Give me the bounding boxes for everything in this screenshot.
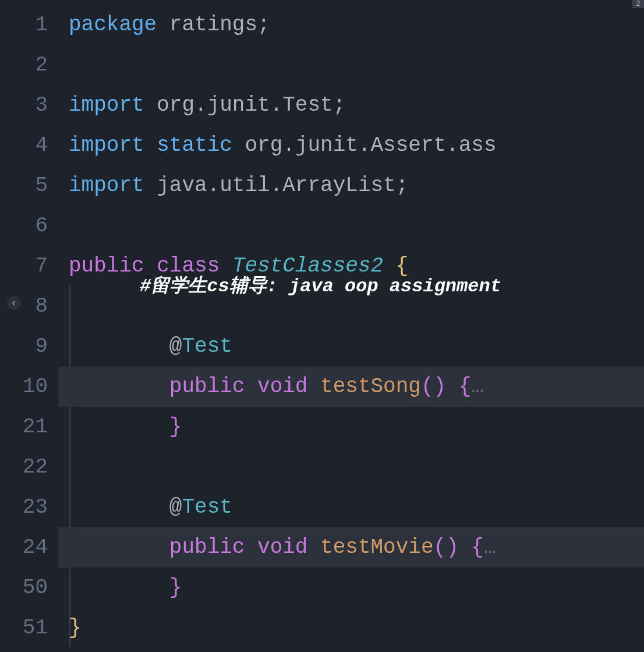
scrollbar-indicator: 2 [632, 0, 644, 8]
code-line[interactable]: public void testSong() {… [58, 366, 644, 407]
token [245, 375, 257, 399]
token: import [69, 93, 144, 117]
line-number: 4 [0, 125, 58, 165]
token: ; [396, 174, 409, 198]
line-number: 7 [0, 246, 58, 286]
token [144, 133, 157, 157]
line-number: 9 [0, 326, 58, 366]
token [307, 535, 320, 559]
token: import [69, 133, 144, 157]
token [232, 133, 245, 157]
line-number: 21 [0, 407, 58, 447]
token [144, 93, 157, 117]
token: } [169, 415, 182, 439]
line-number: 1 [0, 5, 58, 45]
line-number: 23 [0, 487, 58, 527]
token: org.junit.Assert.ass [245, 133, 496, 157]
token: ) [446, 535, 459, 559]
line-number: 2 [0, 45, 58, 85]
code-line[interactable]: } [58, 407, 644, 447]
token: ( [434, 535, 447, 559]
token: testSong [320, 375, 421, 399]
code-line[interactable] [58, 45, 644, 85]
code-area[interactable]: #留学生cs辅导: java oop assignment package ra… [58, 0, 644, 652]
token [245, 535, 257, 559]
token: } [169, 576, 182, 600]
token: public [169, 375, 245, 399]
code-line[interactable]: import java.util.ArrayList; [58, 165, 644, 206]
token [446, 375, 459, 399]
token [157, 13, 169, 37]
line-number: 8 [0, 286, 58, 326]
code-line[interactable]: } [58, 608, 644, 648]
token: testMovie [320, 535, 433, 559]
line-number: 51 [0, 608, 58, 648]
token: ( [421, 375, 434, 399]
line-number: 3 [0, 85, 58, 125]
token: Test [182, 334, 232, 358]
token: @ [169, 495, 182, 519]
code-line[interactable]: import static org.junit.Assert.ass [58, 125, 644, 165]
token [144, 174, 157, 198]
code-editor: ‹ 12345678910>21222324>505152 #留学生cs辅导: … [0, 0, 644, 652]
overlay-caption: #留学生cs辅导: java oop assignment [140, 273, 501, 298]
line-number: 50 [0, 568, 58, 608]
token: import [69, 174, 144, 198]
line-number: 22 [0, 447, 58, 487]
token: public [169, 535, 245, 559]
line-number: 6 [0, 206, 58, 246]
token: void [257, 375, 307, 399]
token: … [484, 535, 497, 559]
token: public [69, 254, 144, 278]
token: { [471, 535, 484, 559]
line-number: 5 [0, 165, 58, 206]
token: { [459, 375, 472, 399]
token: static [157, 133, 232, 157]
code-line[interactable] [58, 648, 644, 652]
line-number: 24> [0, 527, 58, 568]
code-line[interactable] [58, 447, 644, 487]
gutter: ‹ 12345678910>21222324>505152 [0, 0, 58, 652]
token: } [69, 616, 82, 640]
token: package [69, 13, 157, 37]
token: ; [333, 93, 346, 117]
token: ratings [169, 13, 257, 37]
code-line[interactable]: package ratings; [58, 5, 644, 45]
token: ) [434, 375, 447, 399]
token: java.util.ArrayList [157, 174, 395, 198]
code-line[interactable]: } [58, 568, 644, 608]
token [307, 375, 320, 399]
token: … [471, 375, 484, 399]
code-line[interactable]: @Test [58, 487, 644, 527]
token: void [257, 535, 307, 559]
token [459, 535, 472, 559]
line-number: 52 [0, 648, 58, 652]
token: ; [257, 13, 270, 37]
token: Test [182, 495, 232, 519]
code-line[interactable]: @Test [58, 326, 644, 366]
token: org.junit.Test [157, 93, 332, 117]
code-line[interactable]: public void testMovie() {… [58, 527, 644, 568]
token: @ [169, 334, 182, 358]
code-line[interactable]: import org.junit.Test; [58, 85, 644, 125]
line-number: 10> [0, 366, 58, 407]
code-line[interactable] [58, 206, 644, 246]
